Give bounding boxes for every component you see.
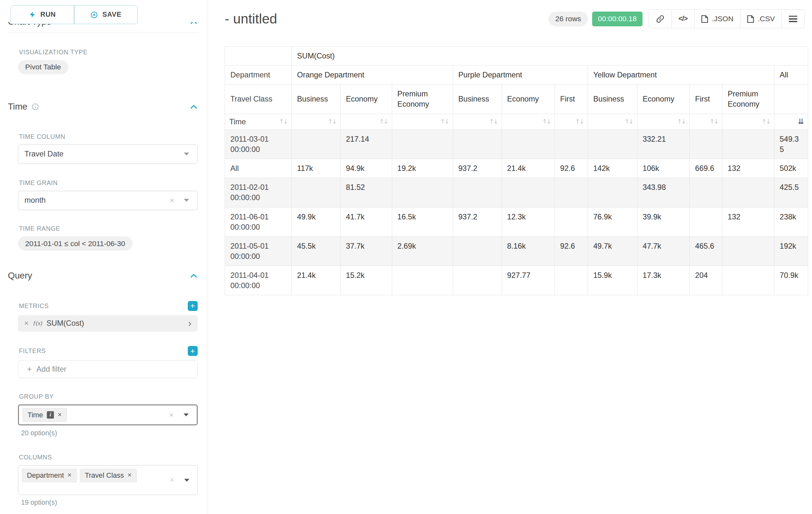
control-panel-scroll[interactable]: Chart Type VISUALIZATION TYPE Pivot Tabl… [0,0,208,514]
pivot-row: All117k94.9k19.2k937.221.4k92.6142k106k6… [225,159,808,178]
code-icon: </> [678,15,688,23]
view-query-button[interactable]: </> [671,9,695,28]
pivot-cell: 37.7k [341,237,392,266]
pivot-cell: 39.9k [637,207,690,237]
remove-chip-icon[interactable]: × [128,471,132,479]
pivot-class-header-blank [774,84,808,114]
pivot-sort-cell[interactable]: ↑↓ [502,114,555,130]
remove-metric-icon[interactable]: × [24,319,29,328]
pivot-sort-cell[interactable]: ↑↓ [453,114,502,130]
pivot-sort-cell[interactable]: ↑↓ [637,114,690,130]
chevron-up-icon[interactable] [190,105,197,109]
pivot-class-header: First [690,84,722,114]
sort-toggle-icon[interactable]: ↑↓ [542,117,550,126]
pivot-cell: 49.9k [292,207,341,237]
add-filter-plus-button[interactable]: + [188,346,198,356]
time-range-value[interactable]: 2011-01-01 ≤ col < 2011-06-30 [18,237,133,250]
clear-icon[interactable]: × [170,476,174,484]
pivot-class-header: Business [453,84,502,114]
time-grain-label: TIME GRAIN [19,179,198,187]
group-by-select[interactable]: Time i × × [18,404,198,425]
time-grain-select[interactable]: month × [18,191,198,210]
pivot-sort-cell[interactable]: ↑↓ [555,114,588,130]
columns-chip[interactable]: Department × [22,469,77,483]
pivot-cell: 332.21 [637,130,690,159]
pivot-cell [292,130,341,159]
add-filter-button[interactable]: + Add filter [18,360,198,378]
pivot-cell [588,130,637,159]
visualization-type-value[interactable]: Pivot Table [18,60,68,74]
chart-area: - untitled 26 rows 00:00:00.18 </> .JSON [208,0,812,514]
chevron-down-icon[interactable] [183,413,189,416]
pivot-sort-cell[interactable]: ↑↓ [341,114,392,130]
row-count-badge: 26 rows [549,11,588,26]
pivot-class-header: Business [588,84,637,114]
pivot-cell [722,237,774,266]
pivot-cell: 92.6 [555,159,588,178]
chevron-down-icon[interactable] [184,479,190,482]
export-csv-button[interactable]: .CSV [740,9,782,28]
pivot-sort-cell[interactable]: ↑↓ [392,114,453,130]
time-section-title: Time [8,102,28,112]
section-divider [8,32,199,33]
link-icon [656,15,664,23]
hamburger-icon [789,16,797,22]
metric-option[interactable]: × ƒ(x) SUM(Cost) › [18,315,198,331]
add-metric-button[interactable]: + [188,301,198,311]
remove-chip-icon[interactable]: × [58,411,62,419]
pivot-sort-cell[interactable]: ↑↓ [588,114,637,130]
run-button[interactable]: RUN [10,5,74,24]
sort-toggle-icon[interactable]: ↑↓ [677,117,685,126]
pivot-cell: 106k [637,159,690,178]
clear-icon[interactable]: × [169,410,174,420]
pivot-row-label: 2011-06-01 00:00:00 [225,207,292,237]
pivot-cell [502,130,555,159]
pivot-row: 2011-03-01 00:00:00217.14332.21549.35 [225,130,808,159]
sort-toggle-icon[interactable]: ↑↓ [279,117,287,126]
pivot-corner-cell [225,46,292,65]
sort-toggle-icon[interactable]: ↑↓ [379,117,387,126]
pivot-cell: 92.6 [555,237,588,266]
plus-circle-icon [90,11,98,19]
chevron-right-icon[interactable]: › [188,318,191,328]
pivot-cell [555,266,588,295]
pivot-cell: 204 [690,266,722,295]
chart-header-actions: 26 rows 00:00:00.18 </> .JSON . [549,9,805,28]
pivot-cell: 465.6 [690,237,722,266]
menu-button[interactable] [782,9,805,28]
chevron-up-icon[interactable] [190,274,197,278]
time-column-select[interactable]: Travel Date [18,144,198,164]
sort-toggle-icon[interactable]: ↑↓ [709,117,718,126]
remove-chip-icon[interactable]: × [68,471,71,479]
columns-chip-label: Travel Class [85,471,124,480]
pivot-cell [555,207,588,237]
sort-toggle-icon[interactable]: ↑↓ [440,117,448,126]
group-by-chip[interactable]: Time i × [23,408,67,422]
sort-toggle-icon[interactable]: ↑↓ [575,117,583,126]
pivot-sort-cell[interactable]: ↑↓ [722,114,774,130]
pivot-cell: 15.2k [341,266,392,295]
time-grain-value: month [24,196,46,205]
sort-toggle-icon[interactable]: ↑↓ [489,117,497,126]
save-button[interactable]: SAVE [74,5,138,24]
pivot-sort-cell[interactable]: ↑↓ [292,114,341,130]
lightning-icon [29,11,36,18]
pivot-sort-cell[interactable]: ⇊ [774,114,808,130]
sort-toggle-icon[interactable]: ↑↓ [762,117,770,126]
columns-select[interactable]: Department × Travel Class × × [18,465,198,495]
query-section-title: Query [8,270,32,281]
export-json-button[interactable]: .JSON [694,9,741,28]
chevron-down-icon [184,153,189,156]
share-link-button[interactable] [649,9,672,28]
pivot-sort-cell[interactable]: ↑↓ [690,114,722,130]
query-section-header: Query [0,270,208,281]
file-icon [747,15,754,23]
info-badge-icon: i [47,411,54,418]
columns-chip[interactable]: Travel Class × [80,469,137,483]
sort-toggle-icon[interactable]: ↑↓ [624,117,633,126]
sort-descending-active-icon[interactable]: ⇊ [798,117,804,127]
clear-icon[interactable]: × [170,196,174,205]
pivot-cell: 19.2k [392,159,453,178]
pivot-cell [392,266,453,295]
sort-toggle-icon[interactable]: ↑↓ [328,117,336,126]
